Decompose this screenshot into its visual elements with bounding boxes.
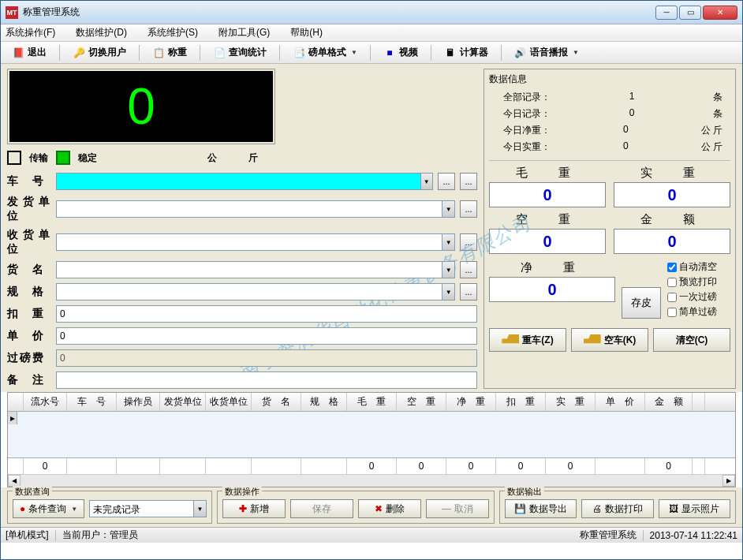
minimize-button[interactable]: ─ — [655, 6, 678, 20]
print-button[interactable]: 🖨数据打印 — [581, 499, 653, 518]
menu-help[interactable]: 帮助(H) — [290, 26, 323, 39]
dropdown-icon[interactable]: ▼ — [442, 284, 454, 300]
unit-label: 公 斤 — [207, 151, 269, 165]
menu-system[interactable]: 系统操作(F) — [6, 26, 55, 39]
column-header[interactable] — [693, 393, 705, 411]
cond-query-button[interactable]: ●条件查询▼ — [13, 499, 84, 518]
menu-tools[interactable]: 附加工具(G) — [218, 26, 270, 39]
column-header[interactable]: 毛 重 — [347, 393, 397, 411]
footer-cell — [301, 458, 347, 474]
delete-button[interactable]: ✖删除 — [358, 499, 421, 518]
auto-clear-check[interactable]: 自动清空 — [667, 260, 730, 274]
dropdown-icon[interactable]: ▼ — [442, 262, 454, 278]
picture-icon: 🖼 — [669, 503, 678, 514]
exit-button[interactable]: 📕退出 — [7, 44, 51, 61]
preview-check[interactable]: 预览打印 — [667, 275, 730, 289]
column-header[interactable] — [8, 393, 24, 411]
maximize-button[interactable]: ▭ — [679, 6, 701, 20]
close-button[interactable]: ✕ — [703, 6, 737, 20]
app-icon: MT — [6, 6, 18, 19]
dropdown-icon[interactable]: ▼ — [442, 201, 454, 217]
fee-label: 过磅费 — [7, 351, 51, 365]
simple-check[interactable]: 简单过磅 — [667, 305, 730, 319]
footer-cell: 0 — [347, 458, 397, 474]
menu-maint[interactable]: 系统维护(S) — [147, 26, 198, 39]
voice-button[interactable]: 🔊语音播报▼ — [510, 44, 584, 61]
column-header[interactable]: 规 格 — [301, 393, 347, 411]
tare-value: 0 — [489, 229, 606, 254]
weigh-button[interactable]: 📋称重 — [147, 44, 192, 61]
column-header[interactable]: 实 重 — [546, 393, 596, 411]
sender-combo[interactable]: ▼ — [56, 200, 455, 218]
truck-icon — [584, 334, 601, 345]
calculator-button[interactable]: 🖩计算器 — [439, 44, 493, 61]
deduct-input[interactable] — [56, 305, 477, 323]
column-header[interactable]: 净 重 — [446, 393, 496, 411]
heavy-truck-button[interactable]: 重车(Z) — [489, 328, 566, 352]
scroll-left-button[interactable]: ◀ — [8, 475, 21, 487]
gross-label: 毛 重 — [489, 166, 606, 181]
actual-value: 0 — [614, 182, 730, 207]
goods-combo[interactable]: ▼ — [56, 261, 455, 278]
export-button[interactable]: 💾数据导出 — [505, 499, 577, 518]
footer-cell: 0 — [546, 458, 596, 474]
receiver-combo[interactable]: ▼ — [56, 233, 455, 251]
menu-data[interactable]: 数据维护(D) — [76, 26, 127, 39]
sender-label: 发货单位 — [7, 195, 51, 223]
receiver-browse-button[interactable]: ... — [460, 233, 477, 251]
price-input[interactable] — [56, 327, 477, 345]
dropdown-icon[interactable]: ▼ — [442, 234, 454, 250]
column-header[interactable]: 操作员 — [117, 393, 160, 411]
transmit-indicator — [7, 151, 21, 165]
led-display: 0 — [7, 69, 275, 144]
photo-button[interactable]: 🖼显示照片 — [659, 499, 730, 518]
data-grid[interactable]: 流水号车 号操作员发货单位收货单位货 名规 格毛 重空 重净 重扣 重实 重单 … — [7, 392, 736, 487]
vehicle-combo[interactable]: ▼ — [56, 173, 433, 190]
column-header[interactable]: 收货单位 — [206, 393, 252, 411]
once-check[interactable]: 一次过磅 — [667, 290, 730, 304]
spec-browse-button[interactable]: ... — [460, 283, 477, 301]
speaker-icon: 🔊 — [514, 47, 527, 59]
video-button[interactable]: ■视频 — [379, 44, 423, 61]
video-icon: ■ — [383, 47, 396, 59]
sender-browse-button[interactable]: ... — [460, 200, 477, 218]
fee-input — [56, 349, 477, 367]
column-header[interactable]: 流水号 — [24, 393, 67, 411]
clear-button[interactable]: 清空(C) — [653, 328, 730, 352]
column-header[interactable]: 车 号 — [67, 393, 117, 411]
weigh-icon: 📋 — [152, 47, 165, 59]
footer-cell — [117, 458, 160, 474]
receiver-label: 收货单位 — [7, 228, 51, 256]
scroll-right-button[interactable]: ▶ — [722, 475, 735, 487]
vehicle-browse-button[interactable]: ... — [438, 173, 455, 190]
footer-cell — [67, 458, 117, 474]
goods-browse-button[interactable]: ... — [460, 261, 477, 278]
footer-cell — [252, 458, 301, 474]
horizontal-scrollbar[interactable]: ◀▶ — [8, 474, 735, 487]
titlebar: MT 称重管理系统 ─ ▭ ✕ — [1, 1, 742, 24]
query-icon: 📄 — [213, 47, 226, 59]
incomplete-combo[interactable]: 未完成记录▼ — [89, 500, 207, 517]
save-tare-button[interactable]: 存皮 — [622, 287, 661, 319]
net-label: 净 重 — [489, 260, 615, 275]
column-header[interactable]: 货 名 — [252, 393, 301, 411]
column-header[interactable]: 空 重 — [397, 393, 446, 411]
column-header[interactable]: 单 价 — [596, 393, 645, 411]
time-label: 2013-07-14 11:22:41 — [650, 530, 737, 541]
column-header[interactable]: 扣 重 — [496, 393, 546, 411]
query-button[interactable]: 📄查询统计 — [208, 44, 271, 61]
dropdown-icon[interactable]: ▼ — [420, 174, 433, 189]
vehicle-browse2-button[interactable]: ... — [460, 173, 477, 190]
weight-value: 0 — [127, 77, 155, 136]
column-header[interactable]: 发货单位 — [160, 393, 206, 411]
spec-combo[interactable]: ▼ — [56, 283, 455, 301]
remark-input[interactable] — [56, 371, 477, 389]
ticket-format-button[interactable]: 📑磅单格式▼ — [288, 44, 362, 61]
add-button[interactable]: ✚新增 — [222, 499, 286, 518]
column-header[interactable]: 金 额 — [645, 393, 693, 411]
ops-group: 数据操作 ✚新增 保存 ✖删除 —取消 — [217, 491, 495, 524]
switch-user-button[interactable]: 🔑切换用户 — [68, 44, 131, 61]
empty-truck-button[interactable]: 空车(K) — [571, 328, 648, 352]
disk-icon: 💾 — [514, 503, 526, 514]
gross-value: 0 — [489, 182, 606, 207]
